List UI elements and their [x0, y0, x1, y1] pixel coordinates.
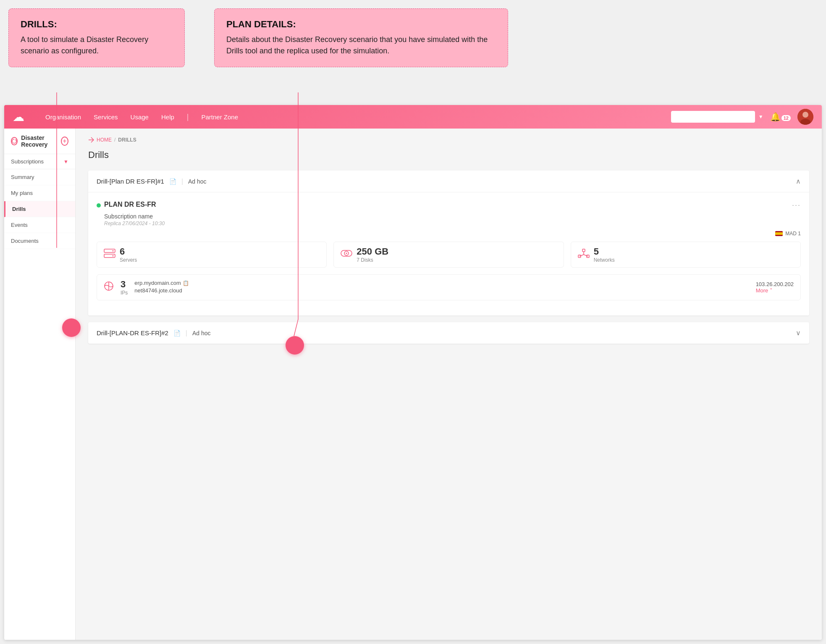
svg-point-1 [802, 112, 808, 118]
drill-card-2-header-left: Drill-[PLAN-DR ES-FR]#2 📄 | Ad hoc [97, 329, 211, 337]
ips-right: 103.26.200.202 More ˅ [756, 281, 794, 294]
plan-details-connector-circle [286, 336, 304, 355]
plan-ips-row: 3 IPs erp.mydomain.com 📋 net84746.jote.c… [97, 274, 801, 300]
drill-2-chevron[interactable]: ∨ [796, 329, 801, 337]
stat-servers: 6 Servers [97, 242, 327, 268]
drill-1-type: Ad hoc [188, 178, 207, 185]
tooltip-plan-details: PLAN DETAILS: Details about the Disaster… [214, 8, 508, 67]
networks-label: Networks [594, 257, 615, 263]
disks-icon [341, 249, 352, 260]
ips-domains: erp.mydomain.com 📋 net84746.jote.cloud [134, 280, 749, 295]
drill-1-doc-icon: 📄 [169, 178, 176, 185]
ips-count-group: 3 IPs [121, 279, 128, 296]
page-title: Drills [88, 150, 809, 160]
sidebar-dr-header[interactable]: Disaster Recovery + [4, 129, 75, 154]
sidebar-item-my-plans[interactable]: My plans [4, 185, 75, 201]
sidebar-item-documents[interactable]: Documents [4, 233, 75, 249]
search-input[interactable] [671, 111, 755, 123]
svg-point-6 [113, 255, 114, 257]
notification-badge: 12 [781, 115, 791, 121]
ips-domain-1: erp.mydomain.com 📋 [134, 280, 749, 286]
top-nav: ☁ Organisation Services Usage Help | Par… [4, 105, 822, 129]
drill-card-2: Drill-[PLAN-DR ES-FR]#2 📄 | Ad hoc ∨ [88, 322, 809, 344]
sidebar-active-indicator [62, 318, 81, 337]
nav-right: ▼ 🔔12 [671, 109, 813, 125]
plan-status-dot [97, 203, 101, 208]
sidebar-section-title: Disaster Recovery [11, 134, 61, 148]
tooltip-drills: DRILLS: A tool to simulate a Disaster Re… [8, 8, 185, 67]
sidebar-item-drills[interactable]: Drills [4, 201, 75, 217]
nav-item-usage[interactable]: Usage [131, 113, 149, 121]
svg-point-5 [113, 250, 114, 252]
drill-2-name: Drill-[PLAN-DR ES-FR]#2 [97, 329, 168, 336]
drill-card-2-header[interactable]: Drill-[PLAN-DR ES-FR]#2 📄 | Ad hoc ∨ [88, 322, 809, 344]
stat-disks-info: 250 GB 7 Disks [357, 246, 388, 263]
sidebar-add-button[interactable]: + [61, 137, 68, 146]
sidebar: Disaster Recovery + Subscriptions ▼ Summ… [4, 129, 76, 640]
svg-point-9 [346, 253, 347, 254]
stat-networks-info: 5 Networks [594, 246, 615, 263]
breadcrumb-current: DRILLS [118, 137, 136, 143]
flag-es-icon [775, 231, 783, 236]
ips-count: 3 [121, 279, 128, 290]
disks-sub-label: 7 Disks [357, 257, 388, 263]
plan-details-card: PLAN DR ES-FR ··· Subscription name Repl… [88, 192, 809, 315]
servers-count: 6 [120, 246, 137, 257]
nav-item-partner-zone[interactable]: Partner Zone [202, 113, 239, 121]
dr-icon [11, 137, 18, 145]
app-container: ☁ Organisation Services Usage Help | Par… [4, 105, 822, 640]
sidebar-dr-title: Disaster Recovery [21, 134, 60, 148]
sidebar-item-summary[interactable]: Summary [4, 169, 75, 185]
drill-1-chevron[interactable]: ∧ [796, 177, 801, 185]
avatar[interactable] [797, 109, 813, 125]
sidebar-subscriptions[interactable]: Subscriptions ▼ [4, 154, 75, 169]
stat-disks: 250 GB 7 Disks [333, 242, 564, 268]
breadcrumb: HOME / DRILLS [88, 137, 809, 143]
drill-2-separator: | [186, 329, 187, 337]
ips-ip-address: 103.26.200.202 [756, 281, 794, 287]
logo-icon: ☁ [13, 110, 24, 124]
dropdown-arrow-icon[interactable]: ▼ [758, 114, 763, 120]
disks-value: 250 GB [357, 246, 388, 257]
plan-name-row: PLAN DR ES-FR [97, 201, 156, 208]
plan-replica-date: Replica 27/06/2024 - 10:30 [104, 221, 801, 226]
copy-icon-1[interactable]: 📋 [183, 280, 189, 286]
nav-divider: | [187, 113, 189, 121]
plan-location: MAD 1 [785, 231, 801, 237]
networks-count: 5 [594, 246, 615, 257]
plan-stats: 6 Servers 250 GB 7 Disks [97, 242, 801, 268]
subscriptions-dropdown-arrow: ▼ [63, 159, 68, 165]
drill-card-1: Drill-[Plan DR ES-FR]#1 📄 | Ad hoc ∧ PLA… [88, 171, 809, 315]
main-layout: Disaster Recovery + Subscriptions ▼ Summ… [4, 129, 822, 640]
ips-label: IPs [121, 290, 128, 296]
servers-label: Servers [120, 257, 137, 263]
plan-header: PLAN DR ES-FR ··· [97, 201, 801, 210]
breadcrumb-home[interactable]: HOME [97, 137, 112, 143]
sidebar-item-events[interactable]: Events [4, 217, 75, 233]
content-area: HOME / DRILLS Drills Drill-[Plan DR ES-F… [76, 129, 822, 640]
stat-servers-info: 6 Servers [120, 246, 137, 263]
drill-card-1-header[interactable]: Drill-[Plan DR ES-FR]#1 📄 | Ad hoc ∧ [88, 171, 809, 192]
plan-subscription-name: Subscription name [104, 213, 801, 220]
nav-item-help[interactable]: Help [161, 113, 174, 121]
tooltip-drills-description: A tool to simulate a Disaster Recovery s… [21, 34, 173, 57]
nav-item-organisation[interactable]: Organisation [45, 113, 81, 121]
drill-2-type: Ad hoc [192, 330, 211, 336]
breadcrumb-separator: / [114, 137, 115, 143]
drill-card-1-header-left: Drill-[Plan DR ES-FR]#1 📄 | Ad hoc [97, 178, 207, 185]
drill-2-doc-icon: 📄 [173, 330, 181, 336]
tooltip-drills-title: DRILLS: [21, 19, 173, 30]
bell-icon[interactable]: 🔔12 [770, 112, 791, 122]
plan-menu-dots[interactable]: ··· [792, 201, 801, 210]
networks-icon [578, 249, 590, 260]
plan-name: PLAN DR ES-FR [97, 201, 156, 208]
tooltip-plan-details-description: Details about the Disaster Recovery scen… [226, 34, 496, 57]
drill-1-name: Drill-[Plan DR ES-FR]#1 [97, 178, 164, 185]
tooltip-plan-details-title: PLAN DETAILS: [226, 19, 496, 30]
drill-1-separator: | [181, 178, 183, 185]
stat-networks: 5 Networks [571, 242, 801, 268]
ips-domain-2: net84746.jote.cloud [134, 287, 749, 294]
ips-icon [104, 281, 114, 294]
nav-item-services[interactable]: Services [94, 113, 118, 121]
ips-more-button[interactable]: More ˅ [756, 287, 794, 294]
